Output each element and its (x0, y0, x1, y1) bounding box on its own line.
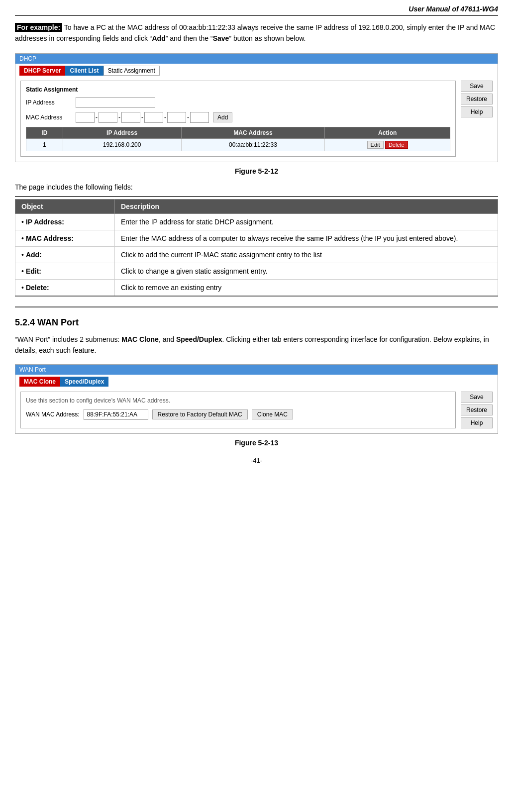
edit-btn[interactable]: Edit (367, 141, 384, 149)
ip-form-row: IP Address (26, 97, 450, 108)
object-label: MAC Address: (26, 234, 74, 242)
ip-address-input[interactable] (76, 97, 155, 108)
ip-label: IP Address (26, 99, 76, 106)
clone-mac-btn[interactable]: Clone MAC (252, 409, 293, 419)
list-item: • MAC Address: Enter the MAC address of … (15, 230, 498, 246)
list-item: • Delete: Click to remove an existing en… (15, 279, 498, 296)
table-row: 1 192.168.0.200 00:aa:bb:11:22:33 Edit D… (26, 138, 450, 151)
mac-clone-bold: MAC Clone (121, 335, 159, 343)
mac-inputs-group: - - - - - Add (76, 112, 232, 123)
wan-mac-label: WAN MAC Address: (26, 411, 80, 418)
delete-btn[interactable]: Delete (385, 141, 408, 149)
fields-intro-text: The page includes the following fields: (15, 183, 498, 191)
col-action: Action (325, 127, 450, 138)
object-label: IP Address: (26, 218, 64, 226)
page-title: User Manual of 47611-WG4 (15, 5, 498, 16)
intro-text3: ” button as shown below. (229, 34, 306, 42)
col-id: ID (26, 127, 63, 138)
dhcp-tab-label: DHCP (19, 55, 36, 62)
dhcp-content: Static Assignment IP Address MAC Address… (15, 76, 498, 162)
mac-octet-2[interactable] (99, 112, 117, 123)
wan-screenshot-box: WAN Port MAC Clone Speed/Duplex Use this… (15, 364, 498, 434)
dhcp-main-panel: Static Assignment IP Address MAC Address… (20, 81, 456, 157)
list-item: • Add: Click to add the current IP-MAC s… (15, 246, 498, 263)
wan-main-panel: Use this section to config device’s WAN … (20, 392, 456, 428)
client-list-tab[interactable]: Client List (65, 66, 103, 76)
speed-duplex-tab[interactable]: Speed/Duplex (60, 377, 108, 387)
wan-restore-btn[interactable]: Restore (461, 405, 493, 415)
object-cell: • Add: (15, 246, 115, 263)
intro-text2: ” and then the “ (166, 34, 213, 42)
mac-octet-5[interactable] (167, 112, 186, 123)
cell-actions: Edit Delete (325, 138, 450, 151)
add-button[interactable]: Add (213, 112, 232, 122)
wan-form-row: WAN MAC Address: Restore to Factory Defa… (26, 409, 450, 420)
desc-col-object: Object (15, 199, 115, 213)
mac-octet-6[interactable] (190, 112, 209, 123)
save-label: Save (213, 34, 229, 42)
static-assignment-tab[interactable]: Static Assignment (103, 66, 160, 76)
object-cell: • Delete: (15, 279, 115, 296)
wan-intro-2: , and (159, 335, 176, 343)
wan-title-bar: WAN Port (15, 365, 498, 375)
dhcp-server-tab[interactable]: DHCP Server (19, 66, 65, 76)
dhcp-screenshot-box: DHCP DHCP Server Client List Static Assi… (15, 53, 498, 162)
object-label: Edit: (26, 267, 41, 275)
mac-octet-1[interactable] (76, 112, 95, 123)
col-ip: IP Address (63, 127, 181, 138)
section524-container: 5.2.4 WAN Port “WAN Port” includes 2 sub… (15, 317, 498, 356)
add-label: Add (152, 34, 165, 42)
object-cell: • Edit: (15, 263, 115, 279)
object-label: Delete: (26, 284, 49, 292)
restore-factory-btn[interactable]: Restore to Factory Default MAC (152, 409, 248, 419)
object-label: Add: (26, 251, 42, 259)
wan-save-btn[interactable]: Save (461, 392, 493, 403)
wan-sidebar: Save Restore Help (461, 392, 493, 428)
example-label: For example: (15, 23, 62, 32)
object-cell: • MAC Address: (15, 230, 115, 246)
wan-content: Use this section to config device’s WAN … (15, 387, 498, 433)
cell-id: 1 (26, 138, 63, 151)
desc-cell: Click to change a given static assignmen… (115, 263, 498, 279)
mac-octet-3[interactable] (121, 112, 140, 123)
page-number: -41- (15, 457, 498, 464)
desc-cell: Enter the IP address for static DHCP ass… (115, 213, 498, 230)
dhcp-title-bar: DHCP (15, 54, 498, 64)
wan-intro-1: “WAN Port” includes 2 submenus: (15, 335, 121, 343)
mac-clone-tab[interactable]: MAC Clone (19, 377, 60, 387)
assignment-table: ID IP Address MAC Address Action 1 192.1… (26, 127, 450, 151)
save-side-btn[interactable]: Save (461, 81, 493, 92)
wan-mac-input[interactable] (84, 409, 148, 420)
wan-intro-text: “WAN Port” includes 2 submenus: MAC Clon… (15, 334, 498, 356)
mac-label: MAC Address (26, 114, 76, 121)
description-table: Object Description • IP Address: Enter t… (15, 199, 498, 297)
figure2-caption: Figure 5-2-13 (15, 439, 498, 447)
dhcp-sidebar: Save Restore Help (461, 81, 493, 157)
speed-duplex-bold: Speed/Duplex (176, 335, 222, 343)
col-mac: MAC Address (181, 127, 325, 138)
desc-cell: Click to add the current IP-MAC static a… (115, 246, 498, 263)
wan-help-btn[interactable]: Help (461, 417, 493, 428)
figure1-caption: Figure 5-2-12 (15, 167, 498, 175)
desc-cell: Click to remove an existing entry (115, 279, 498, 296)
list-item: • Edit: Click to change a given static a… (15, 263, 498, 279)
desc-cell: Enter the MAC address of a computer to a… (115, 230, 498, 246)
intro-paragraph: For example: To have a PC at the MAC add… (15, 22, 498, 44)
restore-side-btn[interactable]: Restore (461, 94, 493, 104)
section524-heading: 5.2.4 WAN Port (15, 317, 498, 328)
object-cell: • IP Address: (15, 213, 115, 230)
desc-col-description: Description (115, 199, 498, 213)
list-item: • IP Address: Enter the IP address for s… (15, 213, 498, 230)
wan-tab-label: WAN Port (19, 366, 46, 373)
static-assignment-title: Static Assignment (26, 86, 450, 93)
mac-form-row: MAC Address - - - - - Add (26, 112, 450, 123)
cell-mac: 00:aa:bb:11:22:33 (181, 138, 325, 151)
mac-octet-4[interactable] (144, 112, 163, 123)
wan-note: Use this section to config device’s WAN … (26, 397, 450, 404)
cell-ip: 192.168.0.200 (63, 138, 181, 151)
help-side-btn[interactable]: Help (461, 106, 493, 117)
